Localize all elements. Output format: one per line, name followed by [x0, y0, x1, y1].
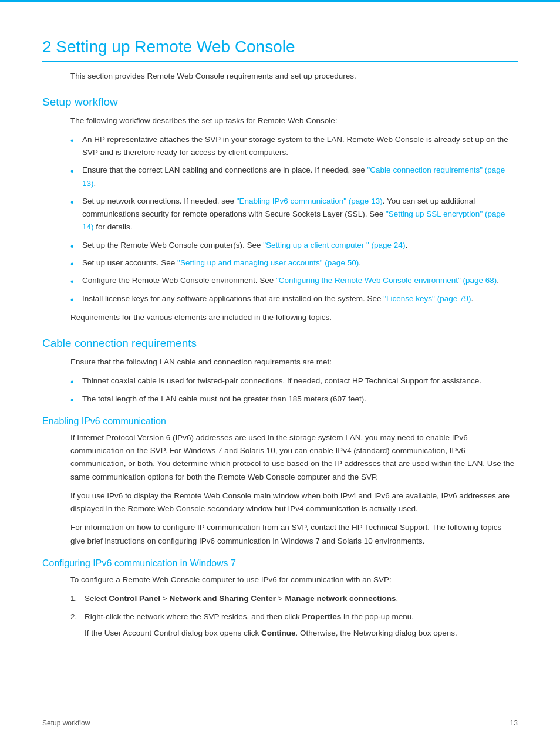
bold-text: Continue [261, 629, 296, 637]
section-heading-setup-workflow: Setup workflow [42, 96, 518, 109]
page-footer: Setup workflow 13 [42, 719, 518, 727]
ipv6-comm-link[interactable]: "Enabling IPv6 communication" (page 13) [237, 197, 383, 205]
ipv6-body: If Internet Protocol Version 6 (IPv6) ad… [70, 431, 518, 548]
ssl-link[interactable]: "Setting up SSL encryption" (page 14) [82, 210, 505, 231]
top-border [0, 0, 560, 2]
license-keys-link[interactable]: "License keys" (page 79) [383, 294, 471, 303]
list-item: Thinnet coaxial cable is used for twiste… [70, 374, 518, 387]
list-item: Ensure that the correct LAN cabling and … [70, 164, 518, 190]
cable-bullets: Thinnet coaxial cable is used for twiste… [70, 374, 518, 406]
list-item: Set up user accounts. See "Setting up an… [70, 256, 518, 269]
user-accounts-link[interactable]: "Setting up and managing user accounts" … [177, 258, 359, 267]
subsection-heading-ipv6: Enabling IPv6 communication [42, 416, 518, 427]
setup-workflow-outro: Requirements for the various elements ar… [70, 311, 518, 324]
list-item: An HP representative attaches the SVP in… [70, 133, 518, 160]
list-item: The total length of the LAN cable must n… [70, 393, 518, 406]
step-number: 1. [70, 592, 77, 605]
bold-text: Properties [302, 612, 341, 621]
cable-intro: Ensure that the following LAN cable and … [70, 356, 518, 369]
setup-workflow-body: The following workflow describes the set… [70, 114, 518, 127]
bold-text: Manage network connections [285, 594, 396, 603]
list-item: Install license keys for any software ap… [70, 292, 518, 305]
ipv6-windows-intro-text: To configure a Remote Web Console comput… [70, 573, 518, 586]
cable-body: Ensure that the following LAN cable and … [70, 356, 518, 369]
footer-page-number: 13 [510, 719, 518, 727]
chapter-intro: This section provides Remote Web Console… [70, 70, 518, 83]
list-item: Set up network connections. If needed, s… [70, 195, 518, 234]
bold-text: Control Panel [109, 594, 160, 603]
subsection-heading-ipv6-windows: Configuring IPv6 communication in Window… [42, 558, 518, 569]
rwc-env-link[interactable]: "Configuring the Remote Web Console envi… [276, 276, 497, 285]
ipv6-para1: If Internet Protocol Version 6 (IPv6) ad… [70, 431, 518, 484]
step-number: 2. [70, 610, 77, 623]
list-item: Set up the Remote Web Console computer(s… [70, 239, 518, 252]
setup-workflow-intro: The following workflow describes the set… [70, 114, 518, 127]
list-item: 2. Right-click the network where the SVP… [70, 610, 518, 640]
ipv6-para3: For information on how to configure IP c… [70, 521, 518, 548]
ipv6-para2: If you use IPv6 to display the Remote We… [70, 490, 518, 516]
footer-section-label: Setup workflow [42, 719, 90, 727]
ipv6-windows-steps: 1. Select Control Panel > Network and Sh… [70, 592, 518, 640]
setup-workflow-outro-text: Requirements for the various elements ar… [70, 311, 518, 324]
chapter-title: 2 Setting up Remote Web Console [42, 38, 518, 62]
ipv6-windows-intro: To configure a Remote Web Console comput… [70, 573, 518, 586]
page: 2 Setting up Remote Web Console This sec… [0, 0, 560, 746]
list-item: Configure the Remote Web Console environ… [70, 274, 518, 287]
list-item: 1. Select Control Panel > Network and Sh… [70, 592, 518, 605]
setup-workflow-bullets: An HP representative attaches the SVP in… [70, 133, 518, 305]
sub-paragraph: If the User Account Control dialog box o… [85, 627, 518, 640]
client-computer-link[interactable]: "Setting up a client computer " (page 24… [263, 241, 405, 249]
bold-text: Network and Sharing Center [169, 594, 276, 603]
cable-connection-link[interactable]: "Cable connection requirements" (page 13… [82, 166, 505, 187]
section-heading-cable: Cable connection requirements [42, 337, 518, 350]
